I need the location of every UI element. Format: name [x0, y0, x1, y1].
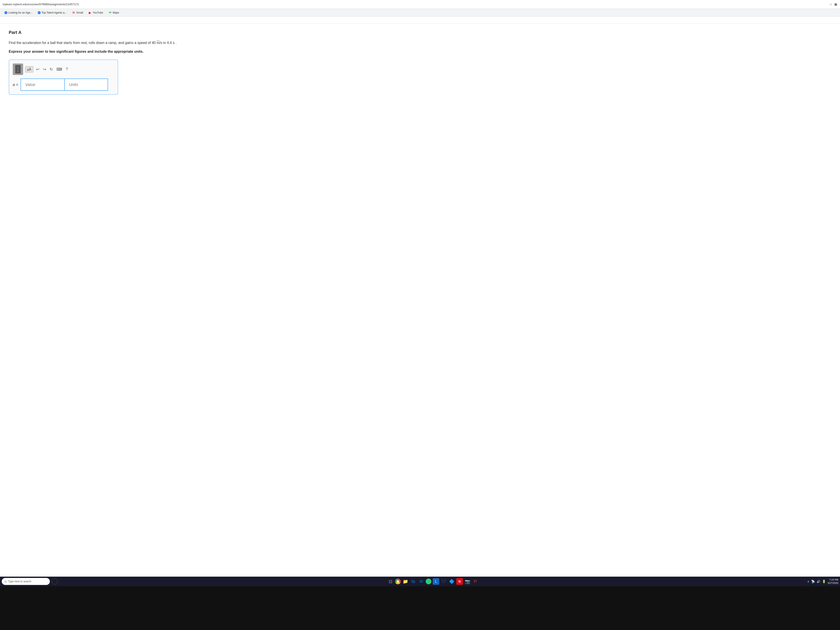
taskbar-battery[interactable]: 🔋 — [822, 580, 826, 583]
problem-text: Find the acceleration for a ball that st… — [9, 40, 831, 46]
taskbar-right: ∧ 📡 🔊 🔋 7:23 PM 3/27/2020 — [807, 578, 838, 585]
taskbar-app-powerpoint[interactable]: P — [472, 578, 478, 585]
help-button[interactable]: ? — [65, 66, 69, 73]
bookmark-icon-age — [5, 11, 8, 14]
taskbar-app-taskview[interactable]: ⊡ — [387, 578, 394, 585]
bookmark-label-talent: Top Talent Agents a... — [41, 11, 67, 14]
instruction-text: Express your answer to two significant f… — [9, 49, 831, 54]
undo-button[interactable]: ↩ — [35, 66, 40, 73]
taskbar-app-camera[interactable]: 📷 — [464, 578, 471, 585]
bookmark-icon-talent — [38, 11, 41, 14]
url-bar[interactable]: ivylearn.ivytech.edu/courses/979989/assi… — [3, 3, 827, 6]
taskbar-search[interactable]: ⊙ Type here to search — [2, 578, 50, 585]
bookmark-star-icon[interactable]: ☆ — [829, 2, 832, 6]
part-label: Part A — [9, 30, 831, 35]
bookmark-label-maps: Maps — [113, 11, 119, 14]
answer-toolbar: □ □ μÅ ↩ ↪ ↻ ⌨ ? — [13, 63, 114, 75]
bookmark-label-gmail: Gmail — [76, 11, 83, 14]
taskbar-clock: 7:23 PM 3/27/2020 — [827, 578, 838, 585]
taskbar-search-label[interactable]: Type here to search — [8, 580, 31, 583]
bookmark-label-youtube: YouTube — [93, 11, 103, 14]
fraction-icon: □ □ — [15, 65, 21, 74]
taskbar-app-green[interactable] — [426, 579, 431, 584]
answer-container: □ □ μÅ ↩ ↪ ↻ ⌨ ? — [9, 60, 118, 95]
taskbar-app-netflix[interactable]: N — [456, 578, 463, 585]
bookmark-item-talent[interactable]: Top Talent Agents a... — [35, 10, 69, 15]
laptop-bezel — [0, 586, 840, 630]
gmail-icon: M — [72, 11, 76, 14]
refresh-button[interactable]: ↻ — [49, 66, 54, 73]
taskbar-app-store[interactable]: 🛍 — [410, 578, 417, 585]
address-bar: ivylearn.ivytech.edu/courses/979989/assi… — [0, 0, 840, 9]
bookmark-item-age[interactable]: Looking for an Age... — [2, 10, 35, 15]
taskbar-app-office[interactable]: 🔷 — [448, 578, 455, 585]
input-row: a = — [13, 79, 114, 91]
redo-button[interactable]: ↪ — [42, 66, 47, 73]
bookmark-label-age: Looking for an Age... — [8, 11, 32, 14]
variable-label: a = — [13, 82, 18, 87]
taskbar-network[interactable]: 📡 — [811, 580, 815, 583]
keyboard-button[interactable]: ⌨ — [55, 66, 63, 73]
taskbar-chevron[interactable]: ∧ — [807, 580, 809, 583]
top-divider — [0, 23, 840, 24]
taskbar-app-blue-L[interactable]: L — [433, 578, 439, 585]
clock-time: 7:23 PM — [827, 578, 838, 581]
page-content: Part A Find the acceleration for a ball … — [0, 17, 840, 576]
bookmark-item-gmail[interactable]: M Gmail — [70, 10, 85, 15]
bookmarks-bar: Looking for an Age... Top Talent Agents … — [0, 9, 840, 17]
value-input[interactable] — [21, 79, 64, 91]
taskbar-app-mail[interactable]: ✉ — [418, 578, 425, 585]
taskbar: ⊙ Type here to search ⊡ 📁 🛍 ✉ L 🛡 🔷 N 📷 … — [0, 576, 840, 586]
taskbar-app-shield[interactable]: 🛡 — [441, 578, 447, 585]
bookmark-item-youtube[interactable]: ▶ YouTube — [86, 10, 105, 15]
fraction-button[interactable]: □ □ — [13, 63, 23, 75]
taskbar-volume[interactable]: 🔊 — [816, 580, 820, 583]
maps-icon: 🗺 — [108, 11, 112, 14]
youtube-icon: ▶ — [88, 11, 92, 14]
taskbar-icons: ⊡ 📁 🛍 ✉ L 🛡 🔷 N 📷 P — [60, 578, 806, 585]
units-input[interactable] — [64, 79, 108, 91]
browser-icons: ☆ ▣ — [829, 2, 837, 6]
clock-date: 3/27/2020 — [827, 581, 838, 585]
mu-button[interactable]: μÅ — [25, 66, 33, 73]
taskbar-app-chrome[interactable] — [395, 579, 401, 584]
browser-frame: ivylearn.ivytech.edu/courses/979989/assi… — [0, 0, 840, 586]
search-icon: ⊙ — [5, 580, 7, 583]
tab-icon[interactable]: ▣ — [834, 2, 837, 6]
bookmark-item-maps[interactable]: 🗺 Maps — [106, 10, 121, 15]
windows-button[interactable] — [52, 578, 58, 584]
taskbar-app-files[interactable]: 📁 — [402, 578, 409, 585]
